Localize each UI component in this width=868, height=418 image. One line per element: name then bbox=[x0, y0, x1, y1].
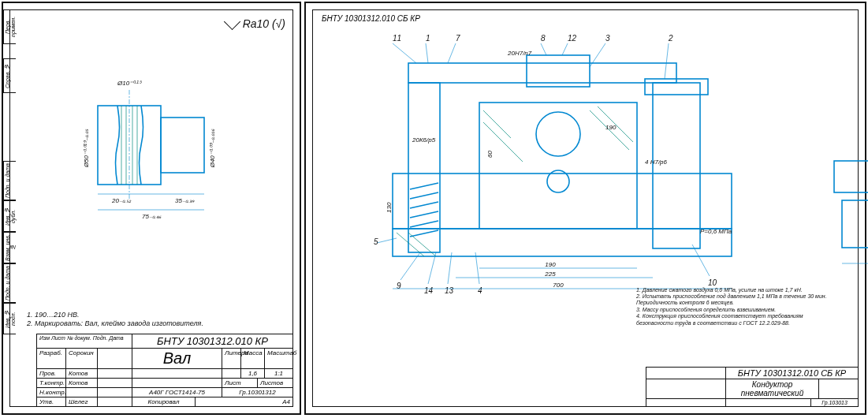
assy-name-2: пневматический bbox=[728, 389, 816, 397]
svg-rect-46 bbox=[834, 161, 868, 192]
dim-225: 225 bbox=[544, 271, 556, 278]
sign-cell-3 bbox=[97, 379, 132, 387]
tab-perv-primen: Перв. примен. bbox=[3, 9, 16, 44]
press-label: Р=0,6 МПа bbox=[700, 228, 732, 235]
note2-2: 2. Испытать приспособление под давлением… bbox=[636, 293, 833, 307]
sheets-label: Листов bbox=[257, 379, 292, 387]
balloon-13: 13 bbox=[445, 286, 454, 295]
svg-line-28 bbox=[448, 43, 456, 63]
surname-1: Сорокин bbox=[65, 349, 97, 368]
material: А40Г ГОСТ1414-75 bbox=[132, 388, 222, 397]
dim-60: 60 bbox=[486, 151, 494, 158]
note2-3: 3. Массу приспособления определить взвеш… bbox=[636, 307, 833, 313]
svg-line-26 bbox=[393, 43, 416, 63]
surname-2: Котов bbox=[65, 369, 97, 378]
svg-point-13 bbox=[536, 112, 580, 156]
shaft-part-view: Ø10⁻⁰·¹⁵ Ø50⁻⁰·⁰¹⁹₋₀.₀₅ Ø40⁻⁰·⁰⁹₋₀.₀₁₆ 2… bbox=[74, 74, 232, 224]
dim-d2: Ø50⁻⁰·⁰¹⁹₋₀.₀₅ bbox=[83, 129, 90, 168]
ncontr-label: Н.контр. bbox=[37, 388, 65, 397]
balloon-11: 11 bbox=[393, 34, 401, 43]
group-number: Гр.10301312 bbox=[222, 388, 292, 397]
svg-line-20 bbox=[483, 110, 511, 138]
drawing-number-2: БНТУ 10301312.010 СБ КР bbox=[725, 368, 858, 379]
sign-cell-1 bbox=[97, 349, 132, 368]
fit-20K6p5: 20К6/р5 bbox=[412, 136, 436, 144]
technical-notes-2: 1. Давление сжатого воздуха 0,6 МПа, уси… bbox=[636, 287, 833, 327]
svg-rect-18 bbox=[653, 83, 700, 248]
svg-line-30 bbox=[562, 43, 568, 55]
fit-20H7n7: 20Н7/п7 bbox=[507, 50, 532, 57]
assy-name-1: Кондуктор bbox=[728, 380, 816, 389]
note-2: 2. Маркировать: Вал, клеймо завода изгот… bbox=[27, 319, 203, 328]
balloon-7: 7 bbox=[456, 34, 460, 43]
dim-l3: 75₋₀.₄₆ bbox=[142, 213, 162, 220]
litera-label: Литера bbox=[222, 349, 240, 368]
dim-l2: 35₋₀.₃₉ bbox=[175, 197, 195, 204]
surface-roughness: Ra10 (√) bbox=[226, 16, 285, 30]
note2-1: 1. Давление сжатого воздуха 0,6 МПа, уси… bbox=[636, 287, 833, 293]
dim-190: 190 bbox=[545, 261, 556, 268]
dim-700: 700 bbox=[553, 282, 564, 289]
svg-line-32 bbox=[665, 43, 669, 79]
svg-rect-15 bbox=[408, 63, 676, 83]
workspace: Перв. примен. Справ. № Подп. и дата Инв.… bbox=[0, 0, 868, 418]
balloon-8: 8 bbox=[541, 34, 546, 43]
massa-label: Масса bbox=[240, 349, 264, 368]
head-label-2: БНТУ 10301312.010 СБ КР bbox=[322, 14, 420, 23]
balloon-2: 2 bbox=[668, 34, 673, 43]
masshtab-label: Масштаб bbox=[264, 349, 292, 368]
surname-4: Шелег bbox=[65, 397, 97, 406]
balloon-9: 9 bbox=[397, 282, 401, 290]
assembly-main-view: 11 1 7 8 12 3 2 5 9 14 13 4 10 20Н7/п7 2… bbox=[353, 32, 795, 300]
tab-sprav-n: Справ. № bbox=[3, 58, 16, 93]
binding-field-tabs: Перв. примен. Справ. № Подп. и дата Инв.… bbox=[3, 3, 16, 413]
tab-inv-dubl: Инв. № дубл. bbox=[3, 200, 16, 232]
svg-rect-1 bbox=[161, 118, 204, 173]
sheet-assembly-drawing: БНТУ 10301312.010 СБ КР bbox=[304, 2, 866, 415]
tab-inv-podl: Инв. № подл. bbox=[3, 303, 16, 334]
technical-notes-1: 1. 190…210 HB. 2. Маркировать: Вал, клей… bbox=[27, 311, 203, 329]
scale-value: 1:1 bbox=[264, 369, 292, 378]
roughness-value: Ra10 (√) bbox=[243, 17, 285, 30]
svg-line-33 bbox=[377, 238, 397, 243]
balloon-3: 3 bbox=[605, 34, 610, 43]
svg-rect-16 bbox=[527, 55, 590, 87]
dim-190a: 190 bbox=[605, 124, 617, 131]
svg-line-29 bbox=[541, 43, 546, 55]
balloon-14: 14 bbox=[424, 286, 434, 295]
balloon-1: 1 bbox=[426, 34, 430, 43]
note2-4: 4. Конструкция приспособления соответств… bbox=[636, 313, 833, 327]
fit-4H7p6: 4 Н7/р6 bbox=[645, 159, 668, 166]
sign-cell-5 bbox=[97, 397, 132, 406]
sheet-shaft-drawing: Перв. примен. Справ. № Подп. и дата Инв.… bbox=[2, 2, 301, 415]
surname-3: Котов bbox=[65, 379, 97, 387]
dim-d1: Ø10⁻⁰·¹⁵ bbox=[117, 80, 143, 87]
svg-line-27 bbox=[426, 43, 428, 63]
svg-rect-10 bbox=[393, 229, 732, 256]
balloon-5: 5 bbox=[374, 237, 378, 246]
note-1: 1. 190…210 HB. bbox=[27, 311, 203, 319]
kopirov-label: Копировал bbox=[132, 397, 195, 406]
svg-line-37 bbox=[475, 252, 479, 284]
format-label: А4 bbox=[195, 397, 292, 406]
sign-cell-4 bbox=[97, 388, 132, 397]
razrab-label: Разраб. bbox=[37, 349, 65, 368]
assembly-side-view: 6 165 205 bbox=[810, 43, 868, 279]
drawing-number: БНТУ 10301312.010 КР bbox=[132, 334, 292, 348]
part-name: Вал bbox=[132, 349, 222, 368]
title-block-1: Изм Лист № докум. Подп. Дата БНТУ 103013… bbox=[36, 334, 293, 407]
tab-podp-data2: Подп. и дата bbox=[3, 263, 16, 303]
svg-line-35 bbox=[428, 252, 436, 284]
balloon-12: 12 bbox=[568, 34, 577, 43]
balloon-10: 10 bbox=[708, 278, 717, 287]
svg-rect-12 bbox=[479, 103, 637, 229]
svg-rect-11 bbox=[393, 174, 732, 229]
tcontr-label: Т.контр. bbox=[37, 379, 65, 387]
dim-d3: Ø40⁻⁰·⁰⁹₋₀.₀₁₆ bbox=[209, 129, 216, 169]
balloon-4: 4 bbox=[478, 286, 482, 295]
dim-130: 130 bbox=[386, 202, 393, 213]
tab-vzam-inv: Взам. инв. № bbox=[3, 232, 16, 263]
prov-label: Пров. bbox=[37, 369, 65, 378]
sign-cell-2 bbox=[97, 369, 132, 378]
svg-rect-42 bbox=[842, 200, 868, 248]
